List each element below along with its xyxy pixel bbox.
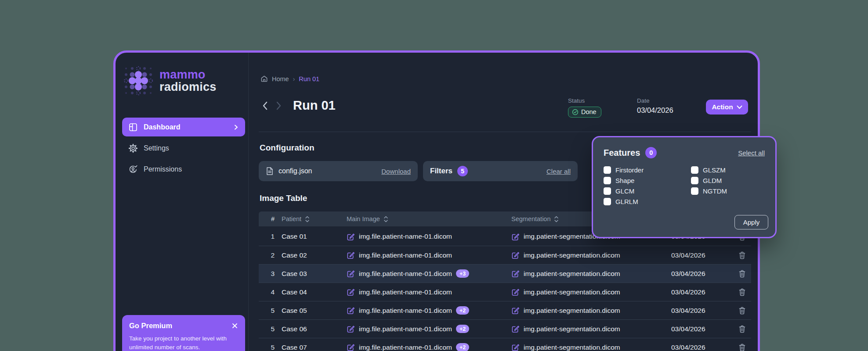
table-row[interactable]: 5 Case 06 img.file.patient-name-01.dicom… <box>259 319 751 338</box>
table-row[interactable]: 4 Case 04 img.file.patient-name-01.dicom… <box>259 283 751 301</box>
feature-option: NGTDM <box>691 187 727 195</box>
brand-wordmark: mammo radiomics <box>159 68 216 93</box>
row-num: 3 <box>259 270 275 278</box>
sidebar-item-permissions[interactable]: Permissions <box>122 160 245 179</box>
premium-title: Go Premium <box>129 322 172 330</box>
delete-row-button[interactable] <box>733 343 751 351</box>
feature-option: GLRLM <box>604 198 691 205</box>
delete-row-button[interactable] <box>733 251 751 259</box>
sidebar-item-label: Permissions <box>144 165 182 173</box>
features-col-right: GLSZM GLDM NGTDM <box>691 166 727 205</box>
action-button[interactable]: Action <box>706 100 748 115</box>
config-filename: config.json <box>278 167 312 175</box>
row-main-image-name: img.file.patient-name-01.dicom <box>359 344 452 351</box>
row-date: 03/04/2026 <box>671 344 715 351</box>
status-value: Done <box>581 108 597 115</box>
go-premium-card: Go Premium Take you project to another l… <box>122 315 245 351</box>
delete-row-button[interactable] <box>733 269 751 278</box>
sidebar-item-dashboard[interactable]: Dashboard <box>122 118 245 136</box>
edit-icon[interactable] <box>511 233 520 241</box>
delete-row-button[interactable] <box>733 288 751 296</box>
table-row[interactable]: 3 Case 03 img.file.patient-name-01.dicom… <box>259 264 751 283</box>
configuration-heading: Configuration <box>260 143 315 153</box>
features-col-left: Firstorder Shape GLCM GLRLM <box>604 166 691 205</box>
row-segmentation-name: img.patient-segmentation.dicom <box>524 270 620 278</box>
clear-all-link[interactable]: Clear all <box>546 168 571 175</box>
forward-button[interactable] <box>274 100 283 111</box>
apply-button[interactable]: Apply <box>734 215 768 229</box>
feature-checkbox[interactable] <box>691 177 698 184</box>
sort-icon <box>383 216 388 222</box>
table-row[interactable]: 5 Case 07 img.file.patient-name-01.dicom… <box>259 338 751 351</box>
row-num: 2 <box>259 251 275 259</box>
select-all-link[interactable]: Select all <box>738 149 765 157</box>
row-extra-badge[interactable]: +2 <box>456 343 469 351</box>
breadcrumb-home[interactable]: Home <box>272 75 289 82</box>
brand-line1: mammo <box>159 68 216 81</box>
config-file-card: config.json Download <box>259 161 418 181</box>
row-patient: Case 01 <box>275 233 347 240</box>
column-header-patient[interactable]: Patient <box>275 215 347 222</box>
edit-icon[interactable] <box>511 343 520 351</box>
row-num: 1 <box>259 233 275 240</box>
dashboard-icon <box>128 122 138 132</box>
feature-checkbox[interactable] <box>604 198 611 205</box>
row-extra-badge[interactable]: +2 <box>456 325 469 333</box>
feature-option-label: GLCM <box>615 187 634 195</box>
edit-icon[interactable] <box>511 251 520 259</box>
edit-icon[interactable] <box>511 288 520 296</box>
feature-checkbox[interactable] <box>604 177 611 184</box>
feature-option-label: GLSZM <box>703 166 726 174</box>
column-header-label: Segmentation <box>511 215 550 222</box>
edit-icon[interactable] <box>511 269 520 278</box>
table-row[interactable]: 2 Case 02 img.file.patient-name-01.dicom… <box>259 246 751 264</box>
delete-row-button[interactable] <box>733 306 751 315</box>
row-num: 5 <box>259 344 275 351</box>
brand-logo: mammo radiomics <box>122 64 216 97</box>
feature-option: GLSZM <box>691 166 727 174</box>
status-badge: Done <box>568 107 601 118</box>
table-body: 1 Case 01 img.file.patient-name-01.dicom… <box>259 227 751 351</box>
feature-checkbox[interactable] <box>604 166 611 174</box>
edit-icon[interactable] <box>511 325 520 333</box>
feature-checkbox[interactable] <box>691 187 698 195</box>
feature-option: Firstorder <box>604 166 691 174</box>
status-block: Status Done <box>568 97 601 118</box>
user-check-icon <box>128 165 138 174</box>
download-link[interactable]: Download <box>381 168 411 175</box>
edit-icon[interactable] <box>511 306 520 315</box>
row-extra-badge[interactable]: +3 <box>456 269 469 278</box>
row-date: 03/04/2026 <box>671 307 715 315</box>
row-patient: Case 04 <box>275 288 347 296</box>
row-main-image-name: img.file.patient-name-01.dicom <box>359 288 452 296</box>
feature-option-label: GLRLM <box>615 198 638 205</box>
edit-icon[interactable] <box>347 325 355 333</box>
sidebar-item-settings[interactable]: Settings <box>122 139 245 158</box>
edit-icon[interactable] <box>347 288 355 296</box>
delete-row-button[interactable] <box>733 325 751 333</box>
edit-icon[interactable] <box>347 269 355 278</box>
edit-icon[interactable] <box>347 251 355 259</box>
edit-icon[interactable] <box>347 343 355 351</box>
row-patient: Case 05 <box>275 307 347 315</box>
column-header-index: # <box>259 215 275 222</box>
feature-checkbox[interactable] <box>691 166 698 174</box>
row-date: 03/04/2026 <box>671 288 715 296</box>
logo-dots-icon <box>122 64 155 97</box>
feature-option: Shape <box>604 177 691 184</box>
table-row[interactable]: 5 Case 05 img.file.patient-name-01.dicom… <box>259 301 751 319</box>
row-num: 5 <box>259 307 275 315</box>
column-header-main-image[interactable]: Main Image <box>347 215 511 222</box>
close-icon[interactable] <box>231 322 238 329</box>
sort-icon <box>554 216 559 222</box>
row-date: 03/04/2026 <box>671 251 715 259</box>
breadcrumb-separator-icon: › <box>293 75 295 82</box>
column-header-label: Patient <box>282 215 301 222</box>
row-segmentation-name: img.patient-segmentation.dicom <box>524 344 620 351</box>
feature-checkbox[interactable] <box>604 187 611 195</box>
edit-icon[interactable] <box>347 233 355 241</box>
column-header-label: Main Image <box>347 215 380 222</box>
back-button[interactable] <box>260 100 270 111</box>
row-extra-badge[interactable]: +2 <box>456 306 469 315</box>
edit-icon[interactable] <box>347 306 355 315</box>
